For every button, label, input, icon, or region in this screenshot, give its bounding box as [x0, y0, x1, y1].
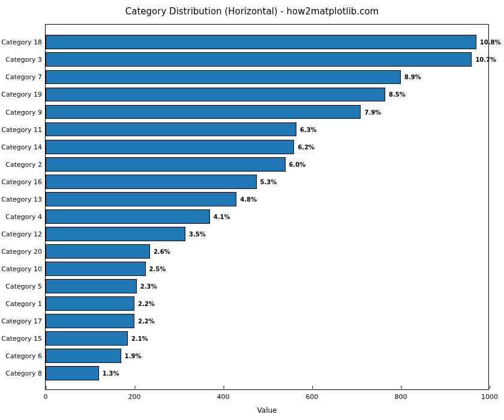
y-tick-label: Category 17	[0, 317, 46, 325]
bar-row: 8.5%	[46, 88, 385, 102]
bar-percent-label: 4.1%	[210, 213, 230, 220]
y-tick-label: Category 14	[0, 143, 46, 151]
bar-percent-label: 6.2%	[294, 143, 314, 150]
x-tick-label: 400	[217, 389, 230, 401]
bar	[46, 140, 294, 154]
x-tick-label: 1000	[481, 389, 498, 401]
bar-percent-label: 8.5%	[385, 91, 406, 98]
bar-percent-label: 1.9%	[121, 353, 142, 359]
bar	[46, 122, 296, 137]
bar	[46, 314, 134, 328]
x-tick-label: 600	[306, 389, 319, 401]
y-tick-label: Category 6	[0, 352, 46, 360]
y-tick-label: Category 7	[0, 73, 46, 81]
bar-percent-label: 6.0%	[286, 161, 306, 167]
y-tick-label: Category 3	[0, 56, 46, 64]
bar	[46, 244, 150, 259]
bar-percent-label: 3.5%	[185, 230, 206, 237]
chart-figure: Category Distribution (Horizontal) - how…	[0, 0, 504, 420]
bar	[46, 209, 210, 224]
bar-row: 3.5%	[46, 227, 185, 241]
bar	[46, 331, 128, 346]
bar-row: 1.3%	[46, 366, 99, 380]
bar-percent-label: 2.6%	[150, 248, 170, 254]
y-tick-label: Category 8	[0, 370, 46, 377]
x-tick-label: 800	[395, 389, 407, 401]
y-tick-label: Category 13	[0, 195, 46, 203]
bar-row: 2.3%	[46, 279, 137, 293]
bar-percent-label: 2.5%	[146, 265, 166, 272]
y-tick-label: Category 2	[0, 160, 46, 168]
bar	[46, 35, 476, 49]
bar-percent-label: 10.8%	[476, 39, 501, 46]
bar-row: 7.9%	[46, 105, 361, 119]
bar-row: 4.8%	[46, 192, 236, 206]
bar-row: 5.3%	[46, 175, 257, 189]
bar-percent-label: 8.9%	[401, 74, 421, 80]
bar	[46, 349, 121, 363]
y-tick-label: Category 16	[0, 178, 46, 185]
bar-row: 2.2%	[46, 314, 134, 328]
y-tick-label: Category 5	[0, 283, 46, 290]
bar-percent-label: 2.3%	[137, 283, 157, 290]
y-tick-label: Category 11	[0, 125, 46, 133]
bar	[46, 157, 286, 172]
bar	[46, 227, 185, 241]
y-tick-label: Category 15	[0, 335, 46, 343]
bar	[46, 105, 361, 119]
chart-title: Category Distribution (Horizontal) - how…	[0, 6, 504, 17]
y-tick-label: Category 1	[0, 300, 46, 308]
bar-row: 6.2%	[46, 140, 294, 154]
bar-row: 10.8%	[46, 35, 476, 49]
bar-row: 2.6%	[46, 244, 150, 259]
bar-row: 6.0%	[46, 157, 286, 172]
bar-row: 8.9%	[46, 70, 401, 85]
bar-row: 2.2%	[46, 296, 134, 311]
bar-percent-label: 2.2%	[134, 318, 155, 325]
x-tick-label: 200	[128, 389, 141, 401]
y-tick-label: Category 10	[0, 265, 46, 272]
plot-area: Category 1810.8%Category 310.7%Category …	[45, 24, 489, 390]
bar-percent-label: 2.1%	[128, 335, 148, 342]
x-tick-label: 0	[44, 389, 48, 401]
bar	[46, 366, 99, 380]
bar	[46, 175, 257, 189]
y-tick-label: Category 19	[0, 91, 46, 98]
y-tick-label: Category 9	[0, 108, 46, 116]
x-axis-label: Value	[257, 406, 277, 415]
bar	[46, 192, 236, 206]
y-tick-label: Category 20	[0, 247, 46, 255]
bar-row: 1.9%	[46, 349, 121, 363]
bars-container: Category 1810.8%Category 310.7%Category …	[46, 25, 488, 389]
bar-row: 2.5%	[46, 262, 146, 276]
bar-percent-label: 10.7%	[472, 56, 496, 63]
bar-percent-label: 7.9%	[361, 109, 381, 115]
bar-row: 10.7%	[46, 52, 472, 67]
bar-percent-label: 2.2%	[134, 301, 155, 307]
bar-row: 6.3%	[46, 122, 296, 137]
bar-row: 2.1%	[46, 331, 128, 346]
bar-percent-label: 1.3%	[99, 370, 119, 377]
bar-percent-label: 5.3%	[257, 178, 277, 185]
bar	[46, 70, 401, 85]
bar	[46, 279, 137, 293]
bar	[46, 296, 134, 311]
y-tick-label: Category 18	[0, 38, 46, 46]
bar	[46, 262, 146, 276]
bar	[46, 52, 472, 67]
y-tick-label: Category 12	[0, 230, 46, 238]
bar-percent-label: 4.8%	[236, 196, 257, 202]
bar	[46, 88, 385, 102]
bar-row: 4.1%	[46, 209, 210, 224]
bar-percent-label: 6.3%	[296, 126, 317, 133]
y-tick-label: Category 4	[0, 212, 46, 220]
